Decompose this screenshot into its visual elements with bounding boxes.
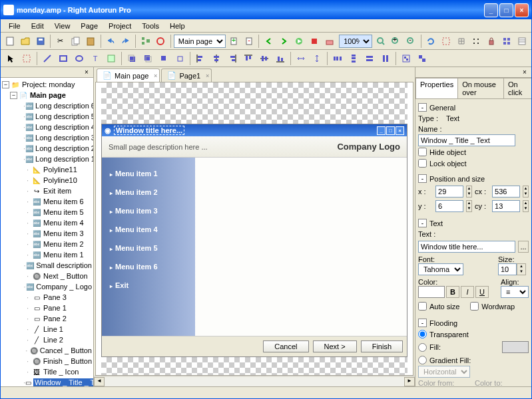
pan-tool-icon[interactable]: [19, 51, 34, 66]
menu-file[interactable]: File: [3, 21, 26, 31]
copy-icon[interactable]: [69, 34, 83, 49]
y-input[interactable]: [435, 200, 463, 212]
cy-input[interactable]: [492, 200, 520, 212]
cx-input[interactable]: [492, 186, 520, 198]
tree-main-page[interactable]: −📄Main page: [2, 90, 92, 100]
menu-page[interactable]: Page: [75, 21, 103, 31]
designed-menu-item[interactable]: Menu item 4: [102, 220, 195, 239]
fill-radio[interactable]: [418, 343, 427, 352]
tree-item[interactable]: ·🔤Company _ Logo: [2, 281, 92, 292]
props-close-icon[interactable]: ×: [521, 68, 529, 76]
text-tool-icon[interactable]: T: [88, 51, 103, 66]
lock-icon[interactable]: [485, 34, 499, 49]
wordwrap-checkbox[interactable]: [470, 302, 479, 311]
designed-finish-button[interactable]: Finish: [361, 340, 403, 352]
tab-page1[interactable]: 📄Page1×: [161, 68, 212, 82]
close-button[interactable]: ×: [515, 3, 529, 17]
tab-onclick[interactable]: On click: [503, 78, 531, 98]
tab-mouseover[interactable]: On mouse over: [457, 78, 504, 98]
tree-item[interactable]: ·▭Pane 3: [2, 292, 92, 303]
menu-project[interactable]: Project: [103, 21, 136, 31]
nav-fwd-icon[interactable]: [277, 34, 291, 49]
cx-spinner[interactable]: ▲▼: [523, 186, 529, 198]
stop-icon[interactable]: [308, 34, 322, 49]
italic-button[interactable]: I: [461, 286, 474, 298]
designed-menu-item[interactable]: Menu item 5: [102, 239, 195, 257]
tab-main-page[interactable]: 📄Main page×: [97, 68, 160, 82]
project-tree[interactable]: −📁Project: monday −📄Main page ·🔤Long des…: [1, 78, 93, 386]
open-icon[interactable]: [19, 34, 33, 49]
tree-item[interactable]: ·▭Window _ Title _ Text: [2, 377, 92, 386]
transparent-radio[interactable]: [418, 330, 427, 338]
collapse-position[interactable]: -: [418, 174, 427, 183]
collapse-text[interactable]: -: [418, 219, 427, 227]
align-center-v-icon[interactable]: [257, 51, 272, 66]
hide-checkbox[interactable]: [418, 148, 427, 156]
designed-menu-item[interactable]: Menu item 1: [102, 164, 195, 183]
collapse-flooding[interactable]: -: [418, 319, 427, 327]
select-tool-icon[interactable]: [3, 51, 18, 66]
designed-min-icon[interactable]: _: [377, 126, 386, 135]
center-h-icon[interactable]: [294, 51, 308, 66]
tree-item[interactable]: ·🔤Menu item 5: [2, 207, 92, 217]
select-all-icon[interactable]: [439, 34, 453, 49]
menu-help[interactable]: Help: [164, 21, 190, 31]
build-icon[interactable]: [322, 34, 336, 49]
tree-item[interactable]: ·🔤Long description 1: [2, 154, 92, 164]
send-bwd-icon[interactable]: [172, 51, 187, 66]
same-height-icon[interactable]: [378, 51, 393, 66]
canvas[interactable]: ◉ Window title here... _ □ × Small page …: [95, 82, 413, 376]
ungroup-icon[interactable]: [415, 51, 429, 66]
page-add-icon[interactable]: +: [227, 34, 241, 49]
align-center-h-icon[interactable]: [209, 51, 224, 66]
tree-item[interactable]: ·🔘Finish _ Button: [2, 356, 92, 366]
zoom-fit-icon[interactable]: [374, 34, 388, 49]
underline-button[interactable]: U: [475, 286, 489, 298]
designed-logo[interactable]: Company Logo: [337, 142, 400, 152]
tree-item[interactable]: ·🔘Next _ Button: [2, 271, 92, 281]
lock-checkbox[interactable]: [418, 159, 427, 168]
y-spinner[interactable]: ▲▼: [466, 200, 472, 212]
designed-close-icon[interactable]: ×: [396, 126, 404, 135]
page-selector[interactable]: Main page: [174, 35, 226, 48]
designed-menu-item[interactable]: Exit: [102, 276, 195, 295]
minimize-button[interactable]: _: [484, 3, 498, 17]
x-input[interactable]: [435, 186, 463, 198]
tree-item[interactable]: ·🔤Menu item 4: [2, 217, 92, 228]
center-v-icon[interactable]: [310, 51, 324, 66]
tree-item[interactable]: ·↪Exit item: [2, 186, 92, 196]
paste-icon[interactable]: [84, 34, 98, 49]
tree-item[interactable]: ·🔤Menu item 3: [2, 228, 92, 239]
save-icon[interactable]: [34, 34, 48, 49]
x-spinner[interactable]: ▲▼: [466, 186, 472, 198]
designed-description[interactable]: Small page description here ...: [109, 143, 208, 151]
align-top-icon[interactable]: [241, 51, 256, 66]
designed-cancel-button[interactable]: Cancel: [263, 340, 308, 352]
menu-view[interactable]: View: [49, 21, 76, 31]
run-icon[interactable]: [292, 34, 306, 49]
designed-titlebar[interactable]: ◉ Window title here... _ □ ×: [102, 124, 407, 136]
tree-view-icon[interactable]: [138, 34, 152, 49]
tree-item[interactable]: ·📐Polyline11: [2, 164, 92, 175]
text-input[interactable]: [418, 241, 515, 253]
tree-item[interactable]: ·🔤Long description 6: [2, 100, 92, 111]
gradient-direction-select[interactable]: Horizontal: [418, 366, 470, 378]
designed-next-button[interactable]: Next >: [313, 340, 357, 352]
zoom-selector[interactable]: 100%: [339, 35, 372, 48]
rect-tool-icon[interactable]: [56, 51, 71, 66]
props-icon[interactable]: [515, 34, 529, 49]
designed-title-text[interactable]: Window title here...: [114, 126, 184, 135]
maximize-button[interactable]: □: [499, 3, 513, 17]
send-back-icon[interactable]: [140, 51, 155, 66]
designed-menu[interactable]: Menu item 1Menu item 2Menu item 3Menu it…: [102, 158, 195, 336]
horizontal-scrollbar[interactable]: ◄►: [94, 376, 415, 386]
bring-front-icon[interactable]: [125, 51, 139, 66]
refresh-icon[interactable]: [424, 34, 438, 49]
collapse-general[interactable]: -: [418, 103, 427, 112]
tree-item[interactable]: ·📐Polyline10: [2, 175, 92, 186]
grid-icon[interactable]: [454, 34, 468, 49]
text-more-button[interactable]: ...: [518, 241, 529, 253]
image-tool-icon[interactable]: [104, 51, 119, 66]
gradient-radio[interactable]: [418, 356, 427, 364]
tree-item[interactable]: ·🖼Title _ Icon: [2, 366, 92, 377]
